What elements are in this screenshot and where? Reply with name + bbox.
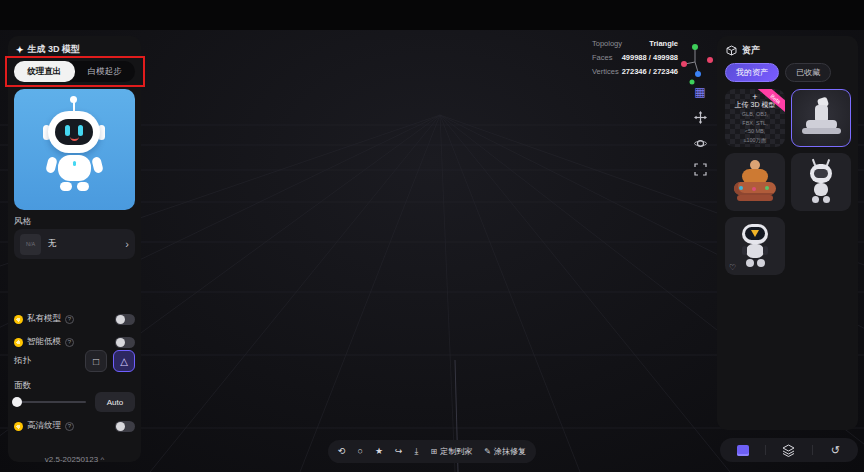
asset-thumbnail-visor-robot[interactable]: ♡ <box>725 217 785 275</box>
topology-row: 拓扑 □ △ <box>14 350 135 372</box>
face-count-label: 面数 <box>14 380 31 392</box>
thumb-shape <box>742 246 747 255</box>
style-value: 无 <box>48 238 118 250</box>
stat-value: 272346 / 272346 <box>622 67 678 76</box>
toggle-knob <box>116 315 125 324</box>
asset-thumbnail-robot[interactable] <box>791 153 851 211</box>
thumb-logo <box>751 230 759 237</box>
stat-value: 499988 / 499988 <box>622 53 678 62</box>
thumb-shape <box>757 259 765 267</box>
topology-quad-button[interactable]: □ <box>85 350 107 372</box>
top-bar <box>0 0 864 30</box>
help-icon[interactable]: ? <box>65 338 74 347</box>
thumb-shape <box>739 186 743 190</box>
box-icon <box>726 45 737 56</box>
smart-lowpoly-row: 智能低模 ? <box>14 335 135 349</box>
robot-face <box>55 119 93 145</box>
custom-print-button[interactable]: ⊞ 定制到家 <box>431 446 473 457</box>
assets-box-icon[interactable] <box>736 443 750 457</box>
thumb-shape <box>812 196 819 203</box>
private-model-row: 私有模型 ? <box>14 312 135 326</box>
robot-antenna-ball <box>70 96 77 103</box>
face-count-slider[interactable] <box>14 401 86 403</box>
upload-size-limit: <50 MB, <box>745 128 766 135</box>
thumb-shape <box>823 196 830 203</box>
version-selector[interactable]: v2.5-20250123 ^ <box>8 455 141 464</box>
gift-box-icon: ⊞ <box>431 447 438 456</box>
robot-body <box>58 155 91 181</box>
hd-texture-row: 高清纹理 ? <box>14 419 135 433</box>
sparkles-icon: ✦ <box>16 45 24 55</box>
hd-texture-toggle[interactable] <box>115 421 135 432</box>
orbit-icon[interactable] <box>693 136 708 151</box>
grid-snap-icon[interactable]: ▦ <box>693 84 708 99</box>
wireframe-icon[interactable]: ○ <box>358 447 363 456</box>
tab-my-assets[interactable]: 我的资产 <box>725 63 779 82</box>
generation-panel: ✦ 生成 3D 模型 纹理直出 白模起步 风格 N/A <box>8 36 141 462</box>
custom-print-label: 定制到家 <box>440 446 472 457</box>
asset-thumbnail-selected[interactable] <box>791 89 851 147</box>
layers-icon[interactable] <box>782 443 796 457</box>
smart-lowpoly-label: 智能低模 <box>27 336 61 348</box>
app-window: Topology Triangle Faces 499988 / 499988 … <box>0 0 864 472</box>
private-model-toggle[interactable] <box>115 314 135 325</box>
help-icon[interactable]: ? <box>65 315 74 324</box>
thumb-shape <box>765 186 769 190</box>
toggle-knob <box>116 338 125 347</box>
history-icon[interactable]: ↺ <box>828 443 842 457</box>
thumb-shape <box>746 244 764 258</box>
turntable-icon[interactable]: ⟲ <box>338 447 346 456</box>
reference-image[interactable] <box>14 89 135 210</box>
smart-lowpoly-toggle[interactable] <box>115 337 135 348</box>
download-icon[interactable]: ⤓ <box>415 447 419 456</box>
style-thumbnail: N/A <box>20 234 41 255</box>
asset-thumbnail-buddha[interactable] <box>725 153 785 211</box>
fullscreen-icon[interactable] <box>693 162 708 177</box>
stat-value: Triangle <box>649 39 678 48</box>
assets-tabs: 我的资产 已收藏 <box>725 63 831 82</box>
robot-foot <box>77 182 89 191</box>
move-icon[interactable] <box>693 110 708 125</box>
assets-panel: 资产 我的资产 已收藏 + 上传 3D 模型 GLB, OBJ, FBX, ST… <box>717 36 858 430</box>
favorite-heart-icon[interactable]: ♡ <box>729 263 736 272</box>
tab-texture-direct[interactable]: 纹理直出 <box>14 61 75 82</box>
stat-vertices: Vertices 272346 / 272346 <box>592 67 678 76</box>
chevron-right-icon: › <box>125 238 129 250</box>
favorite-star-icon[interactable]: ★ <box>375 447 383 456</box>
hd-texture-label: 高清纹理 <box>27 420 61 432</box>
tab-favorites[interactable]: 已收藏 <box>785 63 831 82</box>
share-icon[interactable]: ↪ <box>395 447 403 456</box>
assets-title: 资产 <box>726 44 760 57</box>
thumb-shape <box>763 246 768 255</box>
stat-faces: Faces 499988 / 499988 <box>592 53 678 62</box>
tab-white-model[interactable]: 白模起步 <box>75 61 136 82</box>
auto-button[interactable]: Auto <box>95 392 135 412</box>
thumb-shape <box>752 187 756 191</box>
help-icon[interactable]: ? <box>65 422 74 431</box>
private-model-label: 私有模型 <box>27 313 61 325</box>
thumb-shape <box>814 183 828 196</box>
coin-icon <box>14 315 23 324</box>
assets-title-text: 资产 <box>742 44 760 57</box>
coin-icon <box>14 422 23 431</box>
upload-model-tile[interactable]: + 上传 3D 模型 GLB, OBJ, FBX, STL, <50 MB, ≤… <box>725 89 785 147</box>
thumb-shape <box>737 195 773 201</box>
pen-icon: ✎ <box>484 447 491 456</box>
orientation-gizmo[interactable] <box>678 36 714 88</box>
thumb-shape <box>814 169 828 178</box>
topology-label: 拓扑 <box>14 355 31 367</box>
toggle-knob <box>116 422 125 431</box>
slider-handle[interactable] <box>12 397 22 407</box>
viewer-toolbar: ⟲ ○ ★ ↪ ⤓ ⊞ 定制到家 ✎ 涂抹修复 <box>328 440 536 463</box>
style-selector[interactable]: N/A 无 › <box>14 229 135 259</box>
chevron-up-icon: ^ <box>100 455 104 464</box>
viewport-side-toolbar: ▦ <box>690 84 710 177</box>
upload-title: 上传 3D 模型 <box>733 101 777 109</box>
panel-title-text: 生成 3D 模型 <box>28 43 81 56</box>
robot-arm <box>45 156 58 174</box>
inpaint-repair-button[interactable]: ✎ 涂抹修复 <box>484 446 526 457</box>
plus-icon: + <box>752 93 757 101</box>
topology-triangle-button[interactable]: △ <box>113 350 135 372</box>
model-stats: Topology Triangle Faces 499988 / 499988 … <box>592 39 678 81</box>
mode-tabs: 纹理直出 白模起步 <box>14 61 135 82</box>
